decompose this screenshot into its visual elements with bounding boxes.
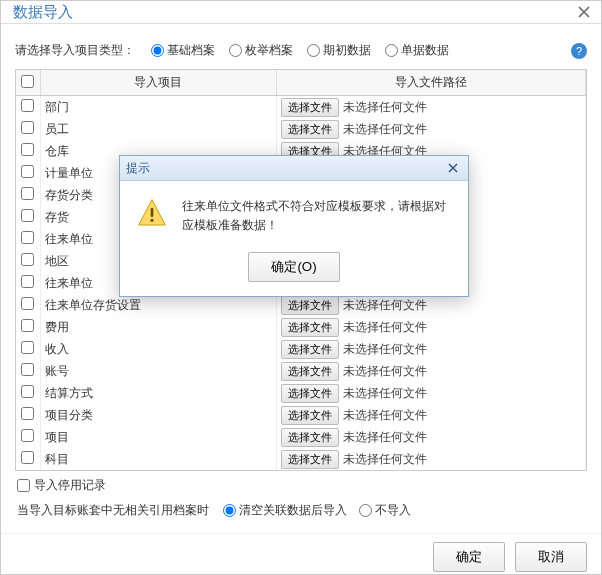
row-checkbox[interactable]	[21, 319, 34, 332]
row-item-cell: 项目	[40, 426, 276, 448]
file-path-text: 未选择任何文件	[343, 121, 427, 138]
row-path-cell: 选择文件未选择任何文件	[277, 118, 586, 140]
table-row: 员工选择文件未选择任何文件	[16, 118, 586, 140]
row-path-cell: 选择文件未选择任何文件	[277, 448, 586, 470]
row-checkbox[interactable]	[21, 209, 34, 222]
titlebar: 数据导入	[1, 1, 601, 24]
import-type-option-opening[interactable]: 期初数据	[307, 42, 371, 59]
row-checkbox[interactable]	[21, 253, 34, 266]
row-checkbox[interactable]	[21, 143, 34, 156]
table-row: 结算方式选择文件未选择任何文件	[16, 382, 586, 404]
missing-ref-row: 当导入目标账套中无相关引用档案时 清空关联数据后导入 不导入	[15, 500, 587, 525]
row-item-cell: 往来单位存货设置	[40, 294, 276, 316]
row-checkbox[interactable]	[21, 451, 34, 464]
row-path-cell: 选择文件未选择任何文件	[277, 360, 586, 382]
cancel-button[interactable]: 取消	[515, 542, 587, 572]
table-row: 账号选择文件未选择任何文件	[16, 360, 586, 382]
import-type-row: 请选择导入项目类型： 基础档案 枚举档案 期初数据 单据数据 ?	[15, 36, 587, 69]
row-path-cell: 选择文件未选择任何文件	[277, 316, 586, 338]
missing-ref-option-skip[interactable]: 不导入	[359, 502, 411, 519]
alert-dialog: 提示 往来单位文件格式不符合对应模板要求，请根据对应模板准备数据！ 确定(O)	[119, 155, 469, 297]
choose-file-button[interactable]: 选择文件	[281, 362, 339, 381]
choose-file-button[interactable]: 选择文件	[281, 428, 339, 447]
row-path-cell: 选择文件未选择任何文件	[277, 294, 586, 316]
row-path-cell: 选择文件未选择任何文件	[277, 96, 586, 118]
row-checkbox[interactable]	[21, 341, 34, 354]
table-row: 费用选择文件未选择任何文件	[16, 316, 586, 338]
import-discontinued-label[interactable]: 导入停用记录	[34, 477, 106, 494]
table-row: 收入选择文件未选择任何文件	[16, 338, 586, 360]
table-row: 往来单位存货设置选择文件未选择任何文件	[16, 294, 586, 316]
help-icon[interactable]: ?	[571, 43, 587, 59]
col-item-header: 导入项目	[40, 70, 276, 96]
file-path-text: 未选择任何文件	[343, 363, 427, 380]
col-path-header: 导入文件路径	[276, 70, 586, 96]
choose-file-button[interactable]: 选择文件	[281, 340, 339, 359]
alert-titlebar: 提示	[120, 156, 468, 181]
import-type-option-basic[interactable]: 基础档案	[151, 42, 215, 59]
discontinued-option-row: 导入停用记录	[15, 471, 587, 500]
window-title: 数据导入	[13, 3, 73, 22]
file-path-text: 未选择任何文件	[343, 99, 427, 116]
row-item-cell: 结算方式	[40, 382, 276, 404]
row-path-cell: 选择文件未选择任何文件	[277, 338, 586, 360]
warning-icon	[136, 197, 168, 229]
choose-file-button[interactable]: 选择文件	[281, 318, 339, 337]
missing-ref-label: 当导入目标账套中无相关引用档案时	[17, 502, 209, 519]
footer-button-row: 确定 取消	[1, 533, 601, 575]
file-path-text: 未选择任何文件	[343, 451, 427, 468]
svg-point-1	[150, 219, 153, 222]
choose-file-button[interactable]: 选择文件	[281, 98, 339, 117]
alert-footer: 确定(O)	[120, 242, 468, 296]
import-type-label: 请选择导入项目类型：	[15, 42, 135, 59]
import-discontinued-checkbox[interactable]	[17, 479, 30, 492]
row-checkbox[interactable]	[21, 385, 34, 398]
window-close-button[interactable]	[573, 1, 595, 23]
choose-file-button[interactable]: 选择文件	[281, 296, 339, 315]
file-path-text: 未选择任何文件	[343, 385, 427, 402]
row-item-cell: 部门	[40, 96, 276, 119]
row-checkbox[interactable]	[21, 297, 34, 310]
close-icon	[447, 162, 459, 174]
import-type-option-voucher[interactable]: 单据数据	[385, 42, 449, 59]
choose-file-button[interactable]: 选择文件	[281, 406, 339, 425]
alert-close-button[interactable]	[444, 159, 462, 177]
alert-ok-button[interactable]: 确定(O)	[248, 252, 339, 282]
row-path-cell: 选择文件未选择任何文件	[277, 404, 586, 426]
file-path-text: 未选择任何文件	[343, 407, 427, 424]
row-checkbox[interactable]	[21, 165, 34, 178]
row-checkbox[interactable]	[21, 429, 34, 442]
alert-title: 提示	[126, 160, 150, 177]
choose-file-button[interactable]: 选择文件	[281, 384, 339, 403]
row-checkbox[interactable]	[21, 275, 34, 288]
close-icon	[577, 5, 591, 19]
file-path-text: 未选择任何文件	[343, 297, 427, 314]
file-path-text: 未选择任何文件	[343, 319, 427, 336]
row-item-cell: 账号	[40, 360, 276, 382]
choose-file-button[interactable]: 选择文件	[281, 120, 339, 139]
row-checkbox[interactable]	[21, 121, 34, 134]
row-checkbox[interactable]	[21, 231, 34, 244]
missing-ref-option-clear[interactable]: 清空关联数据后导入	[223, 502, 347, 519]
row-checkbox[interactable]	[21, 99, 34, 112]
table-row: 科目选择文件未选择任何文件	[16, 448, 586, 470]
row-item-cell: 费用	[40, 316, 276, 338]
row-item-cell: 员工	[40, 118, 276, 140]
row-path-cell: 选择文件未选择任何文件	[277, 382, 586, 404]
import-type-option-enum[interactable]: 枚举档案	[229, 42, 293, 59]
choose-file-button[interactable]: 选择文件	[281, 450, 339, 469]
row-path-cell: 选择文件未选择任何文件	[277, 426, 586, 448]
table-row: 部门选择文件未选择任何文件	[16, 96, 586, 119]
row-checkbox[interactable]	[21, 187, 34, 200]
svg-rect-0	[151, 208, 154, 217]
file-path-text: 未选择任何文件	[343, 429, 427, 446]
row-checkbox[interactable]	[21, 407, 34, 420]
col-checkbox-header[interactable]	[16, 70, 40, 96]
alert-body: 往来单位文件格式不符合对应模板要求，请根据对应模板准备数据！	[120, 181, 468, 242]
row-item-cell: 科目	[40, 448, 276, 470]
row-checkbox[interactable]	[21, 363, 34, 376]
ok-button[interactable]: 确定	[433, 542, 505, 572]
row-item-cell: 收入	[40, 338, 276, 360]
alert-message: 往来单位文件格式不符合对应模板要求，请根据对应模板准备数据！	[182, 197, 452, 234]
file-path-text: 未选择任何文件	[343, 341, 427, 358]
